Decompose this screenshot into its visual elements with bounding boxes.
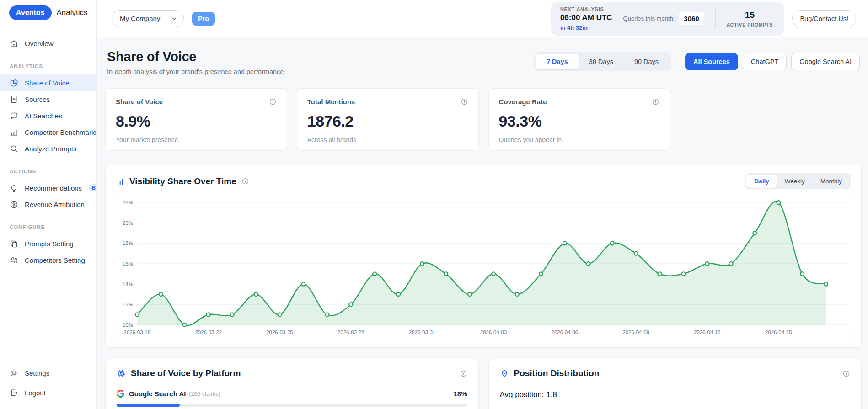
company-select[interactable]: My Company [112, 10, 184, 27]
section-label-configure: CONFIGURE [0, 212, 96, 235]
chat-icon [10, 112, 18, 120]
platform-card-title: Share of Voice by Platform [131, 368, 241, 378]
gear-icon [10, 369, 18, 377]
range-tab-30-days[interactable]: 30 Days [579, 54, 624, 69]
queries-value: 3060 [679, 12, 704, 25]
stat-caption: Queries you appear in [499, 136, 660, 143]
page-title: Share of Voice [107, 49, 284, 64]
chart-tab-daily[interactable]: Daily [746, 175, 777, 188]
source-button-all-sources[interactable]: All Sources [685, 53, 738, 70]
search-icon [10, 144, 18, 153]
range-tab-7-days[interactable]: 7 Days [536, 54, 579, 69]
svg-text:2026-03-25: 2026-03-25 [266, 329, 293, 335]
sidebar-item-share-of-voice[interactable]: Share of Voice [0, 74, 96, 91]
map-pin-icon [500, 369, 509, 378]
stat-card-coverage-rate: Coverage Rate93.3%Queries you appear in [488, 88, 670, 151]
contact-button[interactable]: Bug/Contact Us! [792, 10, 856, 27]
sidebar-item-label: Sources [25, 96, 50, 103]
sidebar-item-settings[interactable]: Settings [0, 363, 96, 383]
brand-logo[interactable]: Aventos [9, 5, 52, 20]
queries-this-month: Queries this month: 3060 [623, 12, 704, 25]
sidebar-item-analyze-prompts[interactable]: Analyze Prompts [0, 140, 96, 157]
svg-text:2026-03-28: 2026-03-28 [338, 329, 364, 335]
chart-tab-monthly[interactable]: Monthly [813, 175, 850, 188]
next-analysis-panel: NEXT ANALYSIS 06:00 AM UTC in 4h 32m Que… [551, 2, 784, 36]
chart-tab-weekly[interactable]: Weekly [777, 175, 813, 188]
stat-title: Share of Voice [116, 98, 163, 106]
stat-value: 93.3% [499, 112, 660, 130]
sidebar-item-revenue-attribution[interactable]: Revenue AttributionWIP [0, 196, 96, 212]
active-prompts-block: 15 ACTIVE PROMPTS [727, 10, 775, 27]
sidebar-item-competitor-benchmarking[interactable]: Competitor Benchmarking [0, 124, 96, 140]
info-icon[interactable] [241, 177, 249, 185]
visibility-chart-card: Visibility Share Over Time DailyWeeklyMo… [105, 165, 862, 348]
topbar: My Company Pro NEXT ANALYSIS 06:00 AM UT… [97, 0, 868, 37]
google-icon [117, 390, 124, 398]
sidebar-item-overview[interactable]: Overview [0, 35, 96, 52]
company-select-value: My Company [120, 15, 160, 22]
brand: Aventos Analytics [0, 0, 96, 26]
active-prompts-value: 15 [727, 10, 773, 20]
platform-share-bar [117, 404, 467, 407]
next-analysis-label: NEXT ANALYSIS [560, 6, 612, 12]
date-range-tabs: 7 Days30 Days90 Days [534, 52, 671, 71]
chart-granularity-tabs: DailyWeeklyMonthly [745, 173, 851, 189]
svg-text:2026-03-19: 2026-03-19 [124, 329, 151, 335]
bar-chart-icon [116, 177, 125, 186]
sidebar-item-label: Analyze Prompts [25, 145, 76, 153]
users-icon [10, 256, 18, 265]
stat-value: 8.9% [116, 112, 277, 130]
badge-beta-free: Beta+Free [89, 184, 96, 191]
sidebar-item-ai-searches[interactable]: AI Searches [0, 107, 96, 124]
sidebar-item-logout[interactable]: Logout [0, 383, 96, 403]
platform-claims: (266 claims) [189, 391, 220, 397]
svg-text:2026-04-03: 2026-04-03 [480, 329, 507, 335]
sidebar-item-label: Competitor Benchmarking [25, 128, 96, 136]
stat-value: 1876.2 [307, 112, 468, 130]
logout-icon [10, 388, 18, 397]
info-icon[interactable] [460, 370, 467, 377]
visibility-chart-plot[interactable]: 10%12%14%16%18%20%22%2026-03-192026-03-2… [116, 197, 851, 338]
main-content: Share of Voice In-depth analysis of your… [97, 37, 868, 409]
svg-text:18%: 18% [123, 240, 133, 246]
stat-card-share-of-voice: Share of Voice8.9%Your market presence [105, 88, 287, 151]
range-tab-90-days[interactable]: 90 Days [624, 54, 669, 69]
next-analysis-countdown: in 4h 32m [560, 24, 612, 31]
svg-text:2026-03-22: 2026-03-22 [195, 329, 222, 335]
source-button-google-search-ai[interactable]: Google Search AI [791, 53, 860, 70]
section-label-analytics: ANALYTICS [0, 52, 96, 74]
sidebar-item-label: Overview [25, 40, 54, 48]
visibility-chart-title: Visibility Share Over Time [129, 176, 236, 186]
sidebar-item-sources[interactable]: Sources [0, 91, 96, 107]
sidebar-item-label: Competitors Setting [25, 256, 85, 264]
source-button-chatgpt[interactable]: ChatGPT [743, 53, 787, 70]
platform-name: Google Search AI [129, 390, 186, 398]
sidebar-item-label: Logout [25, 389, 46, 397]
svg-text:2026-04-15: 2026-04-15 [765, 329, 792, 335]
sidebar-item-competitors-setting[interactable]: Competitors Setting [0, 252, 96, 268]
sidebar-nav: Overview ANALYTICSShare of VoiceSourcesA… [0, 26, 96, 363]
info-icon[interactable] [461, 98, 468, 106]
info-icon[interactable] [842, 370, 850, 377]
stats-empty-slot [680, 88, 862, 151]
filter-controls: 7 Days30 Days90 Days All SourcesChatGPTG… [534, 52, 860, 71]
sidebar-item-prompts-setting[interactable]: Prompts Setting [0, 235, 96, 252]
avg-position-label: Avg position: 1.8 [500, 390, 851, 399]
sidebar-footer: SettingsLogout [0, 363, 96, 409]
visibility-chart-svg: 10%12%14%16%18%20%22%2026-03-192026-03-2… [116, 197, 851, 338]
position-card-title: Position Distribution [514, 368, 600, 378]
sidebar-item-label: Revenue Attribution [25, 201, 85, 208]
svg-text:20%: 20% [123, 220, 133, 226]
sidebar-item-label: AI Searches [25, 112, 62, 120]
info-icon[interactable] [652, 98, 659, 106]
page-subtitle: In-depth analysis of your brand's presen… [107, 68, 284, 75]
panel-divider [715, 8, 716, 29]
stat-title: Coverage Rate [499, 98, 547, 106]
queries-label: Queries this month: [623, 15, 675, 22]
sidebar-item-recommendations[interactable]: RecommendationsBeta+Free [0, 180, 96, 196]
svg-text:10%: 10% [123, 322, 133, 328]
next-analysis-block: NEXT ANALYSIS 06:00 AM UTC in 4h 32m [560, 6, 612, 31]
info-icon[interactable] [269, 98, 277, 106]
sidebar-item-label: Recommendations [25, 184, 82, 192]
plan-badge[interactable]: Pro [192, 12, 214, 26]
